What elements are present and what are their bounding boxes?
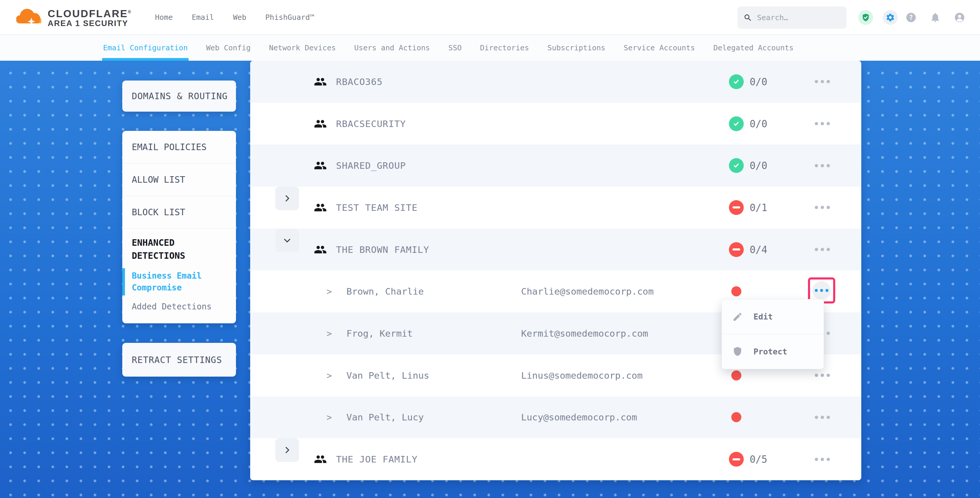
search-icon <box>743 13 752 22</box>
nav-item-email[interactable]: Email <box>192 13 214 22</box>
tab-network-devices[interactable]: Network Devices <box>269 35 336 61</box>
member-name: Van Pelt, Linus <box>347 370 429 381</box>
nav-item-web[interactable]: Web <box>233 13 247 22</box>
nav-item-phishguard[interactable]: PhishGuard™ <box>265 13 314 22</box>
group-name: RBACSECURITY <box>336 118 406 129</box>
chevron-right-icon <box>283 194 292 203</box>
user-avatar-icon[interactable] <box>954 12 965 23</box>
member-count: 0/0 <box>750 118 767 129</box>
sidebar-item-allow-list[interactable]: ALLOW LIST <box>122 164 236 196</box>
table-row[interactable]: RBACO365 0/0 <box>250 61 861 103</box>
app-header: CLOUDFLARE® AREA 1 SECURITY Home Email W… <box>0 0 980 35</box>
active-indicator-bar <box>122 268 125 296</box>
row-menu-button-active[interactable] <box>813 281 831 300</box>
settings-chip[interactable] <box>883 10 898 25</box>
row-menu-button[interactable] <box>812 369 832 381</box>
member-count: 0/0 <box>750 76 767 88</box>
sidebar-item-retract-settings[interactable]: RETRACT SETTINGS <box>122 343 236 377</box>
enhanced-detections-title: ENHANCED DETECTIONS <box>132 236 227 263</box>
table-row[interactable]: TEST TEAM SITE 0/1 <box>250 186 861 229</box>
sidebar-item-business-email-compromise[interactable]: Business Email Compromise <box>132 270 227 294</box>
tab-delegated-accounts[interactable]: Delegated Accounts <box>713 35 794 61</box>
sidebar-item-block-list[interactable]: BLOCK LIST <box>122 196 236 229</box>
chevron-right-icon: > <box>326 370 332 380</box>
row-menu-button[interactable] <box>812 118 832 130</box>
gear-icon <box>886 13 895 22</box>
status-dot-red <box>731 412 741 422</box>
member-name: Van Pelt, Lucy <box>347 412 424 423</box>
sidebar-label: Business Email Compromise <box>132 271 202 293</box>
sidebar-label: DOMAINS & ROUTING <box>122 91 228 101</box>
top-nav: Home Email Web PhishGuard™ <box>155 13 314 22</box>
group-name: TEST TEAM SITE <box>336 202 417 213</box>
tab-email-configuration[interactable]: Email Configuration <box>103 35 188 61</box>
status-ok-badge <box>729 158 744 173</box>
expand-button[interactable] <box>275 438 299 462</box>
search-input[interactable] <box>757 13 837 22</box>
brand-title: CLOUDFLARE® <box>48 6 132 19</box>
row-menu-button[interactable] <box>812 76 832 88</box>
group-name: THE JOE FAMILY <box>336 454 417 465</box>
member-name: Brown, Charlie <box>347 286 424 297</box>
chevron-right-icon: > <box>326 286 332 297</box>
row-menu-button[interactable] <box>812 202 832 213</box>
protection-status-chip[interactable] <box>858 10 873 25</box>
row-menu-button[interactable] <box>812 453 832 465</box>
registered-mark: ® <box>128 10 132 14</box>
row-context-menu: Edit Protect <box>722 299 824 369</box>
chevron-right-icon: > <box>326 328 332 339</box>
collapse-button[interactable] <box>275 229 299 252</box>
sidebar-item-domains-routing[interactable]: DOMAINS & ROUTING <box>122 81 236 111</box>
group-icon <box>314 159 327 172</box>
status-blocked-badge <box>729 452 744 467</box>
table-row[interactable]: THE JOE FAMILY 0/5 <box>250 438 861 480</box>
tab-directories[interactable]: Directories <box>480 35 529 61</box>
expand-button[interactable] <box>275 186 299 210</box>
menu-item-edit[interactable]: Edit <box>722 299 824 334</box>
cloudflare-logo[interactable]: CLOUDFLARE® AREA 1 SECURITY <box>16 3 132 31</box>
group-icon <box>314 243 327 256</box>
cloudflare-cloud-icon <box>16 3 46 31</box>
table-row[interactable]: THE BROWN FAMILY 0/4 <box>250 229 861 270</box>
row-menu-button[interactable] <box>812 159 832 172</box>
member-email: Lucy@somedemocorp.com <box>521 412 637 423</box>
sidebar-label: RETRACT SETTINGS <box>122 355 222 365</box>
directory-table: RBACO365 0/0 RBACSECURITY 0/0 SHARED_GRO… <box>250 61 861 480</box>
member-count: 0/0 <box>750 160 767 172</box>
member-count: 0/4 <box>750 243 767 255</box>
sidebar-item-added-detections[interactable]: Added Detections <box>132 301 227 313</box>
brand-subtitle: AREA 1 SECURITY <box>48 19 132 28</box>
table-row[interactable]: RBACSECURITY 0/0 <box>250 103 861 145</box>
tab-service-accounts[interactable]: Service Accounts <box>624 35 695 61</box>
chevron-right-icon: > <box>326 412 332 423</box>
tab-users-and-actions[interactable]: Users and Actions <box>354 35 430 61</box>
pencil-icon <box>732 312 743 322</box>
member-email: Kermit@somedemocorp.com <box>521 328 648 339</box>
tab-subscriptions[interactable]: Subscriptions <box>547 35 606 61</box>
group-icon <box>314 75 327 88</box>
search-box[interactable] <box>738 6 846 29</box>
row-menu-button[interactable] <box>812 243 832 256</box>
minus-icon <box>732 206 740 208</box>
minus-icon <box>732 248 740 250</box>
sidebar-item-email-policies[interactable]: EMAIL POLICIES <box>122 131 236 164</box>
tab-sso[interactable]: SSO <box>448 35 461 61</box>
group-name: SHARED_GROUP <box>336 160 406 171</box>
member-email: Charlie@somedemocorp.com <box>521 286 654 297</box>
chevron-down-icon <box>283 236 292 245</box>
nav-item-home[interactable]: Home <box>155 13 173 22</box>
group-name: RBACO365 <box>336 76 382 87</box>
menu-item-protect[interactable]: Protect <box>722 334 824 369</box>
shield-check-icon <box>861 13 870 22</box>
tab-web-config[interactable]: Web Config <box>206 35 251 61</box>
help-icon[interactable]: ? <box>905 12 916 23</box>
group-icon <box>314 117 327 130</box>
svg-text:?: ? <box>909 14 913 21</box>
row-menu-button[interactable] <box>812 411 832 423</box>
minus-icon <box>732 458 740 460</box>
table-row[interactable]: SHARED_GROUP 0/0 <box>250 145 861 186</box>
table-row[interactable]: > Van Pelt, Lucy Lucy@somedemocorp.com <box>250 396 861 439</box>
bell-icon[interactable] <box>930 12 941 23</box>
status-ok-badge <box>729 74 744 89</box>
member-email: Linus@somedemocorp.com <box>521 370 643 381</box>
